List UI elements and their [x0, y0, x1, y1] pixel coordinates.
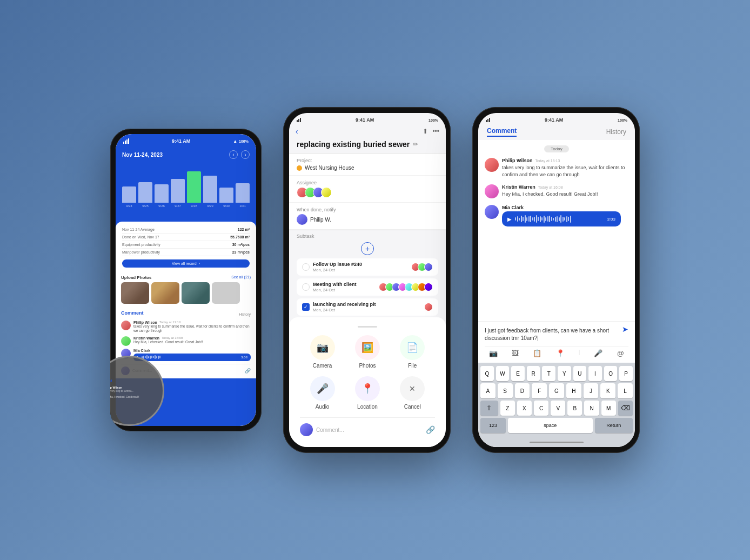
audio-label: Audio [316, 404, 330, 410]
file-attach-icon[interactable]: 📋 [533, 349, 541, 357]
key-z[interactable]: Z [500, 401, 515, 416]
action-camera[interactable]: 📷 Camera [310, 335, 335, 369]
num-key[interactable]: 123 [480, 418, 506, 433]
mid-comment-placeholder[interactable]: Comment... [316, 427, 423, 433]
key-o[interactable]: O [604, 366, 618, 381]
subtask-2-date: Mon, 24 Oct [313, 288, 376, 292]
key-s[interactable]: S [498, 383, 513, 398]
see-all-link[interactable]: See all (21) [231, 275, 251, 280]
right-battery-icon: 100% [618, 118, 627, 122]
key-n[interactable]: N [584, 401, 599, 416]
mid-nav-bar: ‹ ⬆ ••• [289, 125, 446, 138]
key-b[interactable]: B [567, 401, 582, 416]
mention-attach-icon[interactable]: @ [617, 349, 624, 357]
file-icon: 📄 [406, 342, 418, 354]
action-audio[interactable]: 🎤 Audio [310, 376, 335, 410]
left-history-link[interactable]: History [239, 312, 251, 316]
key-f[interactable]: F [532, 383, 547, 398]
task-title-area: replacing existing buried sewer ✏ [289, 138, 446, 153]
file-icon-wrapper: 📄 [400, 335, 425, 360]
location-icon: 📍 [361, 383, 373, 395]
key-p[interactable]: P [619, 366, 633, 381]
edit-icon[interactable]: ✏ [413, 141, 418, 148]
stat-value-4: 23 m²/pcs [232, 250, 250, 254]
stats-card: Nov 11-24 Average 122 m² Done on Wed, No… [116, 222, 256, 272]
add-subtask-button[interactable]: + [361, 242, 374, 255]
sheet-actions-2: 🎤 Audio 📍 Location ✕ [300, 376, 435, 410]
mid-time: 9:41 AM [356, 117, 374, 123]
photo-attach-icon[interactable]: 🖼 [512, 349, 519, 357]
location-label: Location [357, 404, 378, 410]
divider-icon: | [579, 349, 580, 357]
action-photos[interactable]: 🖼️ Photos [355, 335, 380, 369]
key-i[interactable]: I [588, 366, 602, 381]
key-l[interactable]: L [618, 383, 633, 398]
back-button[interactable]: ‹ [296, 127, 298, 136]
left-comment-title: Comment [121, 310, 144, 316]
action-location[interactable]: 📍 Location [355, 376, 380, 410]
zoom-inner: Comment Philip Wilson takes very long to… [110, 357, 163, 424]
key-j[interactable]: J [584, 383, 599, 398]
tab-history[interactable]: History [606, 128, 626, 136]
audio-duration: 3:03 [607, 217, 615, 222]
location-attach-icon[interactable]: 📍 [556, 349, 565, 357]
subtask-1-checkbox[interactable] [302, 263, 310, 271]
tab-comment[interactable]: Comment [487, 127, 517, 137]
left-attach-icon[interactable]: 🔗 [245, 368, 251, 374]
mic-attach-icon[interactable]: 🎤 [594, 349, 602, 357]
waveform [515, 215, 604, 223]
photos-icon-wrapper: 🖼️ [355, 335, 380, 360]
nav-prev[interactable]: ‹ [229, 150, 238, 159]
camera-label: Camera [313, 363, 332, 369]
key-v[interactable]: V [551, 401, 565, 416]
comment-author-2: Kristin Warren [133, 336, 159, 340]
return-key[interactable]: Return [595, 418, 633, 433]
key-c[interactable]: C [534, 401, 548, 416]
file-label: File [408, 363, 417, 369]
photo-2[interactable] [151, 282, 179, 304]
assignee-label: Assignee [297, 180, 438, 185]
comment-body-2: Hey Mia, I checked. Good result! Great J… [133, 340, 251, 344]
key-d[interactable]: D [515, 383, 530, 398]
camera-attach-icon[interactable]: 📷 [489, 349, 498, 357]
key-g[interactable]: G [549, 383, 564, 398]
msg-content-2: Kristin Warren Today at 16:08 Hey Mia, I… [502, 184, 598, 198]
key-k[interactable]: K [600, 383, 615, 398]
right-screen: 9:41 AM 100% Comment History Today [478, 113, 635, 447]
share-icon[interactable]: ⬆ [423, 128, 428, 135]
msg-item-2: Kristin Warren Today at 16:08 Hey Mia, I… [485, 184, 628, 198]
subtask-2-checkbox[interactable] [302, 283, 310, 291]
play-button[interactable]: ▶ [507, 216, 512, 222]
photo-1[interactable] [121, 282, 149, 304]
action-file[interactable]: 📄 File [400, 335, 425, 369]
photo-4[interactable] [212, 282, 240, 304]
key-u[interactable]: U [573, 366, 587, 381]
key-a[interactable]: A [480, 383, 495, 398]
date-range: Nov 11-24, 2023 [122, 152, 163, 158]
key-r[interactable]: R [527, 366, 540, 381]
shift-key[interactable]: ⇧ [480, 401, 498, 416]
space-key[interactable]: space [508, 418, 593, 433]
key-x[interactable]: X [517, 401, 532, 416]
backspace-key[interactable]: ⌫ [618, 401, 633, 416]
left-audio-time: 3:03 [241, 356, 247, 359]
sheet-handle [358, 326, 377, 328]
messages-area: Today Philip Wilson Today at 16:13 takes… [478, 140, 635, 321]
key-w[interactable]: W [496, 366, 510, 381]
subtask-1: Follow Up issue #240 Mon, 24 Oct [297, 258, 438, 276]
more-icon[interactable]: ••• [432, 128, 439, 135]
typing-field[interactable]: I just got feedback from clients, can we… [485, 325, 622, 344]
mid-attach-icon[interactable]: 🔗 [426, 425, 435, 434]
key-y[interactable]: Y [558, 366, 571, 381]
action-cancel[interactable]: ✕ Cancel [400, 376, 425, 410]
nav-next[interactable]: › [241, 150, 250, 159]
key-h[interactable]: H [566, 383, 581, 398]
key-e[interactable]: E [511, 366, 525, 381]
subtask-3-checkbox[interactable]: ✓ [302, 303, 310, 311]
view-all-button[interactable]: View all record › [122, 259, 250, 268]
send-button[interactable]: ➤ [622, 325, 628, 334]
key-m[interactable]: M [601, 401, 616, 416]
key-t[interactable]: T [542, 366, 555, 381]
key-q[interactable]: Q [480, 366, 494, 381]
photo-3[interactable] [182, 282, 210, 304]
